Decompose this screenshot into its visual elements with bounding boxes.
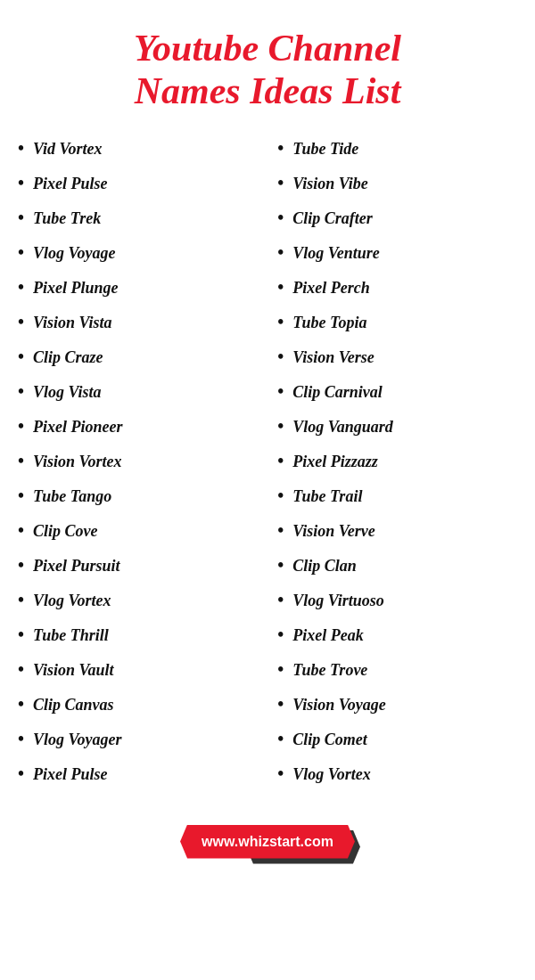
footer: www.whizstart.com	[18, 825, 517, 859]
list-item: Vlog Vista	[18, 381, 258, 402]
list-item: Clip Clan	[277, 555, 517, 576]
title-line2: Names Ideas List	[135, 70, 401, 111]
footer-wrapper: www.whizstart.com	[180, 825, 355, 859]
list-item: Tube Trek	[18, 208, 258, 228]
list-item: Pixel Pulse	[18, 764, 258, 784]
list-item: Pixel Plunge	[18, 277, 258, 298]
page-title: Youtube Channel Names Ideas List	[18, 27, 517, 113]
list-item: Tube Topia	[277, 312, 517, 332]
list-item: Vision Voyage	[277, 694, 517, 715]
footer-badge: www.whizstart.com	[180, 825, 355, 859]
list-item: Vid Vortex	[18, 138, 258, 159]
list-item: Vision Vault	[18, 659, 258, 680]
list-item: Vlog Voyager	[18, 729, 258, 749]
list-item: Tube Trail	[277, 486, 517, 506]
list-item: Clip Carnival	[277, 381, 517, 402]
list-item: Clip Crafter	[277, 208, 517, 228]
list-item: Tube Thrill	[18, 625, 258, 645]
page-wrapper: Youtube Channel Names Ideas List Vid Vor…	[0, 0, 535, 886]
columns-container: Vid VortexPixel PulseTube TrekVlog Voyag…	[18, 138, 517, 798]
right-column: Tube TideVision VibeClip CrafterVlog Ven…	[277, 138, 517, 798]
list-item: Pixel Peak	[277, 625, 517, 645]
list-item: Vision Vibe	[277, 173, 517, 193]
list-item: Vlog Venture	[277, 242, 517, 263]
list-item: Vision Vista	[18, 312, 258, 332]
list-item: Clip Craze	[18, 347, 258, 367]
list-item: Clip Comet	[277, 729, 517, 749]
list-item: Vlog Vortex	[18, 590, 258, 610]
list-item: Vision Vortex	[18, 451, 258, 471]
list-item: Vlog Voyage	[18, 242, 258, 263]
list-item: Clip Cove	[18, 520, 258, 541]
list-item: Pixel Pursuit	[18, 555, 258, 576]
footer-url: www.whizstart.com	[202, 834, 333, 849]
list-item: Pixel Perch	[277, 277, 517, 298]
list-item: Vision Verse	[277, 347, 517, 367]
list-item: Pixel Pizzazz	[277, 451, 517, 471]
left-column: Vid VortexPixel PulseTube TrekVlog Voyag…	[18, 138, 258, 798]
list-item: Tube Tango	[18, 486, 258, 506]
list-item: Clip Canvas	[18, 694, 258, 715]
list-item: Tube Trove	[277, 659, 517, 680]
list-item: Vlog Virtuoso	[277, 590, 517, 610]
list-item: Vlog Vanguard	[277, 416, 517, 437]
list-item: Pixel Pioneer	[18, 416, 258, 437]
list-item: Pixel Pulse	[18, 173, 258, 193]
title-line1: Youtube Channel	[134, 28, 401, 69]
list-item: Vision Verve	[277, 520, 517, 541]
list-item: Tube Tide	[277, 138, 517, 159]
list-item: Vlog Vortex	[277, 764, 517, 784]
